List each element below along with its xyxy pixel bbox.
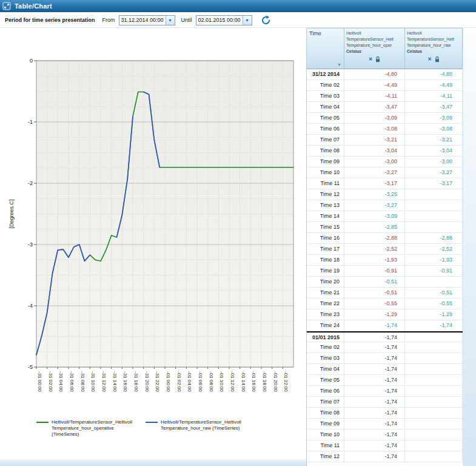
window-edge-bottom — [0, 459, 306, 466]
y-tick-label: -2 — [28, 180, 33, 186]
row-time: Time 12 — [307, 189, 344, 200]
from-label: From — [102, 17, 115, 23]
value-operative: -3,21 — [344, 135, 405, 145]
table-row[interactable]: Time 11-3,17-3,17 — [307, 178, 463, 189]
table-row[interactable]: Time 13-3,27 — [307, 200, 463, 211]
row-time: Time 16 — [307, 233, 344, 243]
x-tick-label: -31 08:00 — [80, 371, 85, 392]
col-header-unit: Celsius — [405, 49, 462, 55]
row-time: Time 14 — [307, 211, 344, 221]
lock-icon[interactable] — [435, 56, 440, 62]
exclude-column-icon[interactable]: ✕ — [427, 57, 432, 62]
value-operative: -3,25 — [344, 189, 405, 200]
value-operative: -1,74 — [344, 342, 405, 353]
until-datetime-select[interactable]: 02.01.2015 00:00 ▼ — [196, 15, 252, 25]
table-row[interactable]: Time 04-3,47-3,47 — [307, 102, 463, 113]
table-row[interactable]: Time 10-1,74 — [307, 430, 463, 441]
from-datetime-select[interactable]: 31.12.2014 00:00 ▼ — [119, 15, 175, 25]
table-row[interactable]: Time 17-2,52-2,52 — [307, 244, 463, 255]
x-tick-label: -31 12:00 — [101, 371, 107, 392]
value-raw — [405, 222, 463, 232]
value-operative: -3,27 — [344, 200, 405, 211]
value-raw: -2,52 — [405, 244, 463, 254]
until-datetime-value: 02.01.2015 00:00 — [196, 17, 243, 23]
table-row[interactable]: Time 20-0,51 — [307, 277, 463, 288]
table-row[interactable]: Time 02-4,49-4,49 — [307, 80, 463, 91]
table-row[interactable]: Time 15-2,85 — [307, 222, 463, 233]
table-row[interactable]: Time 22-0,55-0,55 — [307, 299, 463, 309]
value-operative: -1,74 — [344, 430, 405, 440]
row-time: Time 02 — [307, 80, 344, 90]
value-raw — [405, 408, 463, 418]
table-row[interactable]: Time 07-1,74 — [307, 397, 463, 408]
col-header-time[interactable]: Time ▼ — [307, 29, 344, 69]
table-row[interactable]: Time 07-3,21-3,21 — [307, 135, 463, 146]
sort-icon[interactable]: ▼ — [337, 62, 341, 67]
row-time: Time 05 — [307, 113, 344, 123]
value-operative: -4,11 — [344, 91, 405, 101]
row-time: Time 13 — [307, 200, 344, 211]
table-body: 31/12 2014-4,80-4,80Time 02-4,49-4,49Tim… — [307, 69, 463, 462]
table-row[interactable]: Time 06-1,74 — [307, 386, 463, 397]
chart-legend: Heltivoll/TemperatureSensor_HeltivollTem… — [36, 419, 241, 437]
value-raw: -4,80 — [405, 69, 463, 79]
table-row[interactable]: Time 02-1,74 — [307, 342, 463, 353]
table-row[interactable]: Time 21-0,51-0,51 — [307, 288, 463, 299]
x-tick-label: -01 00:00 — [166, 371, 171, 392]
lock-icon[interactable] — [375, 56, 380, 62]
value-operative: -1,29 — [344, 309, 405, 320]
table-row[interactable]: Time 08-1,74 — [307, 408, 463, 419]
table-row[interactable]: 01/01 2015-1,74 — [307, 331, 463, 342]
value-raw — [405, 277, 463, 287]
table-row[interactable]: Time 18-1,93-1,93 — [307, 255, 463, 266]
table-row[interactable]: Time 24-1,74-1,74 — [307, 320, 463, 331]
row-time: Time 03 — [307, 353, 344, 363]
value-raw: -3,47 — [405, 102, 463, 112]
y-tick-label: -5 — [28, 364, 33, 370]
until-dropdown-button[interactable]: ▼ — [243, 16, 252, 25]
table-row[interactable]: Time 14-3,09 — [307, 211, 463, 222]
table-row[interactable]: Time 05-1,74 — [307, 375, 463, 386]
table-row[interactable]: 31/12 2014-4,80-4,80 — [307, 69, 463, 80]
table-row[interactable]: Time 19-0,91-0,91 — [307, 266, 463, 277]
table-row[interactable]: Time 06-3,08-3,08 — [307, 124, 463, 135]
table-row[interactable]: Time 11-1,74 — [307, 441, 463, 451]
y-tick-label: 0 — [30, 58, 33, 64]
value-raw — [405, 342, 463, 353]
y-tick-label: -3 — [28, 241, 33, 248]
col-header-line: Heltivoll — [405, 30, 462, 36]
table-row[interactable]: Time 10-3,27-3,27 — [307, 167, 463, 178]
table-row[interactable]: Time 16-2,88-2,88 — [307, 233, 463, 244]
row-time: Time 11 — [307, 178, 344, 189]
value-raw: -1,93 — [405, 255, 463, 265]
table-row[interactable]: Time 08-3,04-3,04 — [307, 146, 463, 157]
value-raw — [405, 441, 463, 451]
col-header-raw[interactable]: Heltivoll TemperatureSensor_Helt Tempera… — [405, 29, 463, 69]
row-time: Time 23 — [307, 309, 344, 320]
y-tick-label: -4 — [28, 303, 33, 309]
value-operative: -1,74 — [344, 320, 405, 331]
col-header-line: Heltivoll — [344, 30, 404, 36]
col-header-operative[interactable]: Heltivoll TemperatureSensor_Helt Tempera… — [344, 29, 405, 69]
table-row[interactable]: Time 12-1,74 — [307, 451, 463, 462]
table-row[interactable]: Time 05-3,09-3,09 — [307, 113, 463, 124]
from-dropdown-button[interactable]: ▼ — [166, 16, 175, 25]
table-row[interactable]: Time 03-4,11-4,11 — [307, 91, 463, 102]
table-row[interactable]: Time 03-1,74 — [307, 353, 463, 364]
exclude-column-icon[interactable]: ✕ — [369, 57, 373, 62]
table-row[interactable]: Time 23-1,29-1,29 — [307, 309, 463, 320]
row-time: Time 18 — [307, 255, 344, 265]
refresh-button[interactable] — [260, 13, 273, 27]
data-table: Time ▼ Heltivoll TemperatureSensor_Helt … — [306, 28, 463, 466]
chart-panel: 0-1-2-3-4-5-31 00:00-31 02:00-31 04:00-3… — [1, 28, 305, 460]
x-tick-label: -01 06:00 — [198, 371, 203, 392]
y-tick-label: -1 — [28, 119, 33, 125]
row-time: Time 21 — [307, 288, 344, 298]
value-operative: -1,74 — [344, 364, 405, 374]
table-row[interactable]: Time 12-3,25 — [307, 189, 463, 200]
table-row[interactable]: Time 09-3,00-3,00 — [307, 157, 463, 167]
row-time: Time 07 — [307, 135, 344, 145]
table-row[interactable]: Time 04-1,74 — [307, 364, 463, 375]
x-tick-label: -01 18:00 — [262, 371, 267, 392]
table-row[interactable]: Time 09-1,74 — [307, 419, 463, 430]
